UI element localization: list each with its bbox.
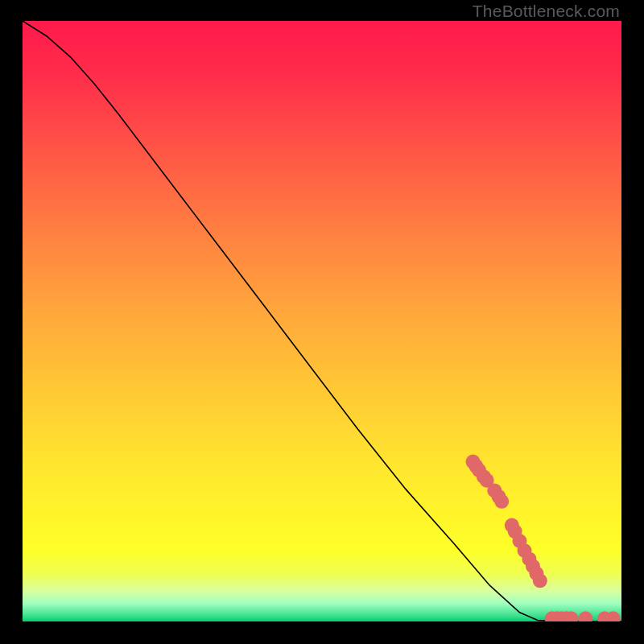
chart-frame: TheBottleneck.com — [0, 0, 644, 644]
marker-dot — [494, 494, 509, 509]
marker-dots — [466, 455, 621, 621]
curve-path — [23, 21, 621, 621]
curve-line — [23, 21, 621, 621]
marker-dot — [533, 573, 547, 588]
chart-svg — [23, 21, 621, 621]
marker-dot — [578, 611, 592, 621]
watermark-text: TheBottleneck.com — [473, 2, 620, 21]
plot-area — [23, 21, 621, 621]
